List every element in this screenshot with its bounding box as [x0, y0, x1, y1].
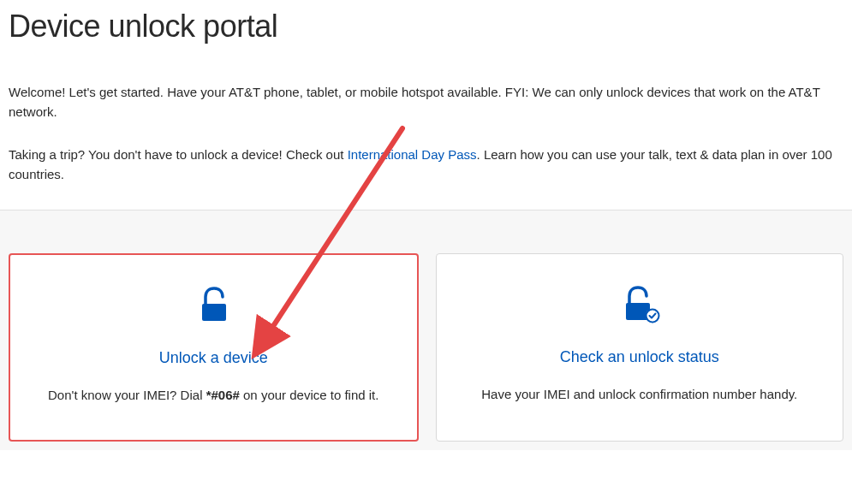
status-card-title: Check an unlock status: [458, 348, 822, 366]
international-day-pass-link[interactable]: International Day Pass: [348, 147, 477, 162]
unlock-device-card[interactable]: Unlock a device Don't know your IMEI? Di…: [9, 253, 419, 442]
status-icon: [458, 280, 822, 327]
unlock-desc-prefix: Don't know your IMEI? Dial: [48, 388, 206, 402]
unlock-desc-suffix: on your device to find it.: [240, 388, 379, 402]
intro-welcome-text: Welcome! Let's get started. Have your AT…: [9, 83, 843, 122]
trip-prefix: Taking a trip? You don't have to unlock …: [9, 147, 348, 162]
intro-trip-text: Taking a trip? You don't have to unlock …: [9, 145, 843, 184]
unlock-card-title: Unlock a device: [32, 349, 396, 367]
cards-section: Unlock a device Don't know your IMEI? Di…: [0, 210, 852, 450]
unlock-imei-code: *#06#: [206, 388, 240, 402]
page-title: Device unlock portal: [9, 9, 843, 44]
check-status-card[interactable]: Check an unlock status Have your IMEI an…: [436, 253, 844, 442]
unlock-card-desc: Don't know your IMEI? Dial *#06# on your…: [32, 386, 396, 406]
status-card-desc: Have your IMEI and unlock confirmation n…: [458, 385, 822, 405]
svg-rect-0: [202, 304, 226, 321]
unlock-icon: [32, 281, 396, 328]
